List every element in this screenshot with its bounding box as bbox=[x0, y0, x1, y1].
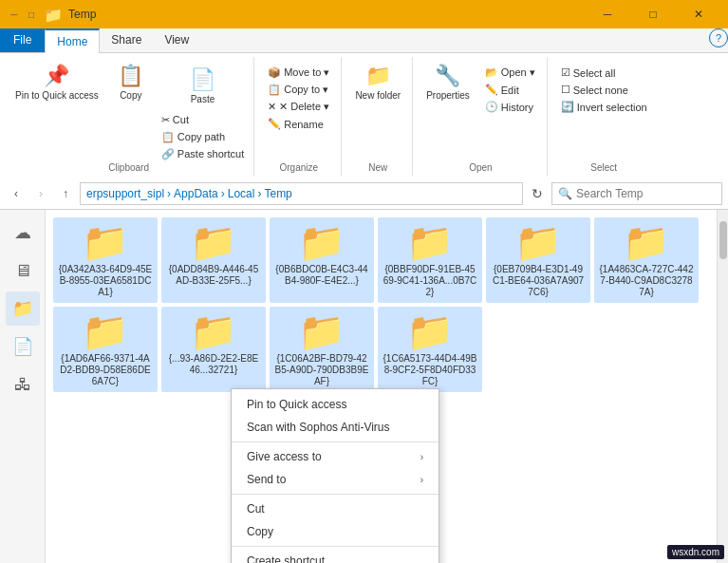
folder-icon: 📁 bbox=[298, 223, 345, 261]
path-segment-temp[interactable]: Temp bbox=[264, 187, 291, 200]
copy-icon: 📋 bbox=[118, 64, 143, 88]
ctx-scan-label: Scan with Sophos Anti-Virus bbox=[247, 421, 390, 434]
sidebar: ☁ 🖥 📁 📄 🖧 bbox=[0, 210, 46, 563]
list-item[interactable]: 📁 {1A4863CA-727C-4427-B440-C9AD8C32787A} bbox=[594, 217, 699, 303]
ctx-pin-label: Pin to Quick access bbox=[247, 398, 346, 411]
select-group-items: ☑ Select all ☐ Select none 🔄 Invert sele… bbox=[555, 57, 653, 162]
history-button[interactable]: 🕒 History bbox=[479, 99, 541, 115]
minimize-button[interactable]: ─ bbox=[586, 0, 629, 28]
list-item[interactable]: 📁 {1AD6AF66-9371-4AD2-BDB9-D58E86DE6A7C} bbox=[53, 307, 158, 392]
new-folder-button[interactable]: 📁 New folder bbox=[349, 61, 406, 104]
open-group-items: 🔧 Properties 📂 Open ▾ ✏️ Edit 🕒 History bbox=[420, 57, 541, 162]
select-all-button[interactable]: ☑ Select all bbox=[555, 65, 653, 81]
path-segment-appdata[interactable]: AppData bbox=[174, 187, 218, 200]
open-button[interactable]: 📂 Open ▾ bbox=[479, 65, 541, 81]
open-sub-buttons: 📂 Open ▾ ✏️ Edit 🕒 History bbox=[479, 61, 541, 115]
folder-name: {...93-A86D-2E2-E8E46...32721} bbox=[166, 353, 261, 376]
tab-share[interactable]: Share bbox=[100, 28, 153, 52]
address-path[interactable]: erpsupport_sipl › AppData › Local › Temp bbox=[80, 182, 523, 205]
delete-ribbon-button[interactable]: ✕ ✕ Delete ▾ bbox=[262, 99, 335, 115]
invert-selection-button[interactable]: 🔄 Invert selection bbox=[555, 99, 653, 115]
select-all-icon: ☑ bbox=[561, 66, 570, 79]
help-button[interactable]: ? bbox=[709, 28, 728, 47]
tab-file[interactable]: File bbox=[0, 28, 45, 52]
cut-label: ✂ Cut bbox=[161, 114, 189, 126]
select-none-label: Select none bbox=[573, 84, 628, 96]
folder-name: {0B6BDC0B-E4C3-44B4-980F-E4E2...} bbox=[274, 264, 369, 287]
folder-icon: 📁 bbox=[514, 223, 562, 261]
search-input[interactable] bbox=[576, 187, 716, 200]
ribbon-tabs: File Home Share View ? bbox=[0, 28, 728, 53]
list-item[interactable]: 📁 {0ADD84B9-A446-45AD-B33E-25F5...} bbox=[161, 217, 266, 303]
organize-group: 📦 Move to ▾ 📋 Copy to ▾ ✕ ✕ Delete ▾ ✏️ … bbox=[256, 57, 342, 176]
properties-button[interactable]: 🔧 Properties bbox=[420, 61, 476, 104]
ctx-pin[interactable]: Pin to Quick access bbox=[232, 393, 439, 416]
organize-group-items: 📦 Move to ▾ 📋 Copy to ▾ ✕ ✕ Delete ▾ ✏️ … bbox=[262, 57, 335, 162]
maximize-button[interactable]: □ bbox=[631, 0, 675, 28]
main-area: ☁ 🖥 📁 📄 🖧 📁 {0A342A33-64D9-45EB-8955-03E… bbox=[0, 210, 728, 563]
paste-icon: 📄 bbox=[190, 67, 215, 92]
new-folder-label: New folder bbox=[355, 90, 401, 102]
move-to-button[interactable]: 📦 Move to ▾ bbox=[262, 65, 335, 81]
ctx-give-access-arrow: › bbox=[420, 452, 423, 462]
new-group: 📁 New folder New bbox=[344, 57, 413, 176]
list-item[interactable]: 📁 {1C6A5173-44D4-49B8-9CF2-5F8D40FD33FC} bbox=[378, 307, 482, 392]
sidebar-item-desktop[interactable]: 🖥 bbox=[6, 253, 40, 288]
list-item[interactable]: 📁 {0BBF90DF-91EB-4569-9C41-136A...0B7C2} bbox=[378, 217, 482, 303]
folder-icon: 📁 bbox=[190, 312, 237, 350]
copy-label: Copy bbox=[120, 90, 141, 102]
ctx-send-to-arrow: › bbox=[420, 475, 423, 485]
organize-buttons: 📦 Move to ▾ 📋 Copy to ▾ ✕ ✕ Delete ▾ ✏️ … bbox=[262, 61, 335, 132]
folder-icon: 📁 bbox=[406, 312, 454, 350]
list-item[interactable]: 📁 {1C06A2BF-BD79-42B5-A90D-790DB3B9EAF} bbox=[270, 307, 374, 392]
cut-button[interactable]: ✂ Cut bbox=[158, 112, 248, 128]
edit-button[interactable]: ✏️ Edit bbox=[479, 82, 541, 98]
refresh-button[interactable]: ↻ bbox=[527, 183, 548, 204]
select-group-label: Select bbox=[590, 162, 617, 176]
sidebar-item-onedrive[interactable]: ☁ bbox=[6, 216, 40, 250]
ctx-send-to[interactable]: Send to › bbox=[232, 468, 439, 491]
ribbon-content: 📌 Pin to Quick access 📋 Copy 📄 Paste ✂ C… bbox=[0, 53, 728, 178]
path-segment-erpsupport[interactable]: erpsupport_sipl bbox=[86, 187, 164, 200]
watermark: wsxdn.com bbox=[667, 545, 724, 559]
history-label: History bbox=[501, 102, 533, 113]
scrollbar-thumb[interactable] bbox=[719, 221, 727, 259]
ctx-cut[interactable]: Cut bbox=[232, 497, 439, 520]
folder-icon: 📁 bbox=[82, 312, 129, 350]
delete-label: ✕ Delete ▾ bbox=[279, 101, 329, 113]
paste-shortcut-button[interactable]: 🔗 Paste shortcut bbox=[158, 146, 248, 162]
select-none-button[interactable]: ☐ Select none bbox=[555, 82, 653, 98]
ctx-sep-2 bbox=[232, 494, 439, 495]
sidebar-item-documents[interactable]: 📄 bbox=[6, 329, 40, 364]
path-segment-local[interactable]: Local bbox=[228, 187, 255, 200]
ctx-give-access[interactable]: Give access to › bbox=[232, 445, 439, 468]
ctx-create-shortcut[interactable]: Create shortcut bbox=[232, 550, 439, 563]
list-item[interactable]: 📁 {0B6BDC0B-E4C3-44B4-980F-E4E2...} bbox=[270, 217, 374, 303]
pin-quick-access-button[interactable]: 📌 Pin to Quick access bbox=[9, 61, 104, 104]
scrollbar-right[interactable] bbox=[717, 210, 728, 563]
list-item[interactable]: 📁 {0EB709B4-E3D1-49C1-BE64-036A7A9077C6} bbox=[486, 217, 590, 303]
sidebar-item-network[interactable]: 🖧 bbox=[6, 367, 40, 402]
folder-name: {0EB709B4-E3D1-49C1-BE64-036A7A9077C6} bbox=[491, 264, 586, 298]
open-group: 🔧 Properties 📂 Open ▾ ✏️ Edit 🕒 History … bbox=[415, 57, 548, 176]
list-item[interactable]: 📁 {...93-A86D-2E2-E8E46...32721} bbox=[161, 307, 266, 392]
ctx-copy[interactable]: Copy bbox=[232, 520, 439, 543]
select-none-icon: ☐ bbox=[561, 84, 570, 96]
tab-view[interactable]: View bbox=[153, 28, 200, 52]
paste-button[interactable]: 📄 Paste bbox=[180, 65, 226, 108]
rename-button[interactable]: ✏️ Rename bbox=[262, 116, 335, 132]
sidebar-item-folder[interactable]: 📁 bbox=[6, 291, 40, 326]
folder-icon: 📁 bbox=[190, 223, 237, 261]
back-button[interactable]: ‹ bbox=[6, 183, 27, 204]
forward-button[interactable]: › bbox=[30, 183, 51, 204]
tab-home[interactable]: Home bbox=[45, 28, 100, 53]
ctx-scan[interactable]: Scan with Sophos Anti-Virus bbox=[232, 416, 439, 439]
copy-path-button[interactable]: 📋 Copy path bbox=[158, 129, 248, 145]
list-item[interactable]: 📁 {0A342A33-64D9-45EB-8955-03EA6581DCA1} bbox=[53, 217, 158, 303]
close-button[interactable]: ✕ bbox=[677, 0, 720, 28]
title-bar: ─ □ 📁 Temp ─ □ ✕ bbox=[0, 0, 728, 28]
copy-to-button[interactable]: 📋 Copy to ▾ bbox=[262, 82, 335, 98]
file-area: 📁 {0A342A33-64D9-45EB-8955-03EA6581DCA1}… bbox=[46, 210, 717, 563]
copy-button[interactable]: 📋 Copy bbox=[108, 61, 154, 104]
up-button[interactable]: ↑ bbox=[55, 183, 76, 204]
